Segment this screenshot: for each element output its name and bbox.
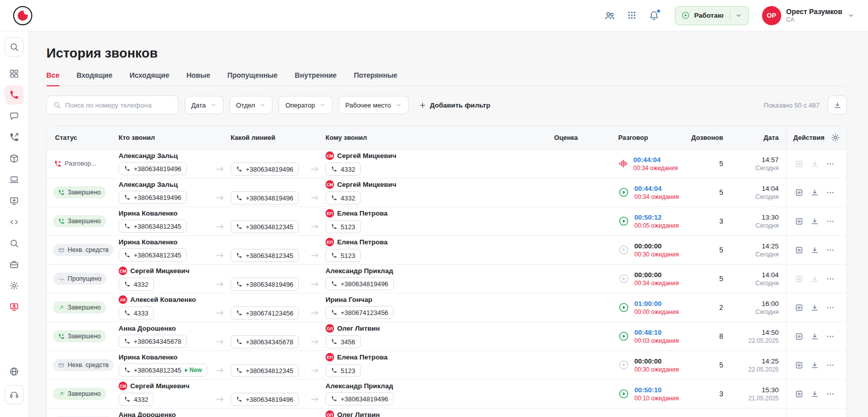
call-report-button[interactable]	[792, 358, 805, 372]
tab-missed[interactable]: Пропущенные	[227, 71, 278, 86]
download-record-button[interactable]	[808, 358, 821, 372]
sidebar-item-network[interactable]	[5, 362, 24, 381]
download-record-button[interactable]	[808, 301, 821, 314]
caller-phone-chip[interactable]: +380634812345	[119, 248, 187, 262]
sidebar-item-products[interactable]	[5, 149, 24, 168]
download-record-button[interactable]	[808, 272, 821, 285]
shown-count-label: Показано 50 с 487	[764, 101, 820, 109]
row-menu-button[interactable]	[824, 186, 837, 199]
user-menu[interactable]: ОР Орест Разумков СА	[762, 6, 855, 25]
caller-phone-chip[interactable]: 4333	[119, 306, 154, 320]
filter-dropdown-date[interactable]: Дата	[185, 96, 224, 114]
caller-phone-chip[interactable]: +380634819496	[119, 191, 187, 204]
sidebar-item-callback[interactable]	[5, 128, 24, 147]
row-menu-button[interactable]	[824, 301, 837, 314]
dialpad-button[interactable]	[626, 10, 638, 22]
sidebar-item-screens[interactable]	[5, 191, 24, 211]
download-record-button[interactable]	[808, 330, 821, 343]
download-record-button[interactable]	[808, 243, 821, 256]
notifications-button[interactable]	[648, 10, 661, 22]
line-phone-chip[interactable]: +380634812345	[231, 249, 299, 262]
tab-lost[interactable]: Потерянные	[354, 71, 397, 86]
tab-incoming[interactable]: Входящие	[77, 71, 113, 86]
play-record-button[interactable]	[618, 388, 629, 399]
talk-duration: 00:00:00	[634, 242, 679, 250]
call-report-button[interactable]	[792, 330, 805, 343]
filter-dropdown-workplace[interactable]: Рабочее место	[339, 96, 408, 114]
sidebar-item-support[interactable]	[5, 385, 24, 404]
sidebar-item-search[interactable]	[5, 37, 24, 57]
call-report-button[interactable]	[792, 243, 805, 256]
line-phone-chip[interactable]: +380634819496	[231, 191, 299, 204]
caller-phone-chip[interactable]: +380634819496	[119, 162, 187, 175]
callee-phone-chip[interactable]: 3456	[326, 335, 361, 348]
row-menu-button[interactable]	[824, 330, 837, 343]
call-report-button[interactable]	[792, 157, 805, 170]
line-phone-chip[interactable]: +380634812345	[231, 220, 299, 233]
sidebar-item-monitoring[interactable]	[5, 297, 24, 317]
table-row: ЗавершеноСМСергей Мицкевич4332+380634819…	[47, 380, 846, 408]
table-settings-button[interactable]	[831, 133, 840, 142]
play-record-button[interactable]	[618, 331, 629, 342]
callee-phone-chip[interactable]: 5123	[326, 364, 361, 377]
sidebar-item-chats[interactable]	[5, 107, 24, 126]
line-phone-chip[interactable]: +380634345678	[231, 335, 299, 348]
search-input[interactable]	[65, 101, 172, 109]
filter-dropdown-operator[interactable]: Оператор	[279, 96, 333, 114]
table-row: ПропущеноСМСергей Мицкевич4332+380634819…	[47, 265, 846, 293]
sidebar-item-dashboard[interactable]	[5, 64, 24, 83]
caller-phone-chip[interactable]: 4332	[119, 278, 154, 291]
line-phone-chip[interactable]: +380634819496	[231, 393, 299, 406]
call-report-button[interactable]	[792, 387, 805, 400]
caller-phone-chip[interactable]: +380634812345	[119, 220, 187, 233]
call-report-button[interactable]	[792, 215, 805, 228]
sidebar-item-integrations[interactable]	[5, 213, 24, 232]
callee-phone-chip[interactable]: +380634819496	[326, 392, 394, 405]
call-report-button[interactable]	[792, 186, 805, 199]
caller-phone-chip[interactable]: +380634345678	[119, 335, 187, 348]
download-record-button[interactable]	[808, 387, 821, 400]
callee-phone-chip[interactable]: +380634819496	[326, 277, 394, 290]
app-logo[interactable]	[13, 6, 32, 25]
work-status-button[interactable]: Работаю	[675, 6, 749, 25]
row-menu-button[interactable]	[824, 272, 837, 285]
play-record-button[interactable]	[618, 302, 629, 313]
export-button[interactable]	[828, 95, 847, 115]
row-menu-button[interactable]	[824, 358, 837, 372]
callee-phone-chip[interactable]: 5123	[326, 249, 361, 262]
download-record-button[interactable]	[808, 157, 821, 170]
sidebar-item-audit[interactable]	[5, 234, 24, 253]
filter-dropdown-department[interactable]: Отдел	[230, 96, 273, 114]
caller-phone-chip[interactable]: 4332	[119, 393, 154, 406]
callee-phone-chip[interactable]: 4332	[326, 163, 361, 176]
row-menu-button[interactable]	[824, 387, 837, 400]
sidebar-item-settings[interactable]	[5, 276, 24, 295]
caller-phone-chip[interactable]: +380634812345New	[119, 363, 207, 377]
callee-phone-chip[interactable]: 4332	[326, 191, 361, 204]
call-report-button[interactable]	[792, 272, 805, 285]
callee-phone-chip[interactable]: 5123	[326, 220, 361, 233]
row-menu-button[interactable]	[824, 215, 837, 228]
line-phone-chip[interactable]: +380674123456	[231, 306, 299, 320]
line-phone-chip[interactable]: +380634819496	[231, 163, 299, 176]
call-report-button[interactable]	[792, 301, 805, 314]
arrow-right-icon	[308, 193, 321, 203]
tab-all[interactable]: Все	[46, 71, 60, 86]
download-record-button[interactable]	[808, 215, 821, 228]
line-phone-chip[interactable]: +380634812345	[231, 364, 299, 377]
add-filter-button[interactable]: Добавить фильтр	[419, 101, 491, 109]
row-menu-button[interactable]	[824, 243, 837, 256]
line-phone-chip[interactable]: +380634819496	[231, 278, 299, 291]
play-record-button[interactable]	[618, 216, 629, 227]
row-menu-button[interactable]	[824, 157, 837, 170]
callee-phone-chip[interactable]: +380674123456	[326, 306, 394, 319]
sidebar-item-calls[interactable]	[5, 85, 24, 105]
download-record-button[interactable]	[808, 186, 821, 199]
play-record-button[interactable]	[618, 187, 629, 198]
sidebar-item-workplace[interactable]	[5, 170, 24, 189]
sidebar-item-services[interactable]	[5, 255, 24, 274]
tab-internal[interactable]: Внутренние	[295, 71, 337, 86]
agents-button[interactable]	[604, 10, 616, 22]
tab-outgoing[interactable]: Исходящие	[130, 71, 170, 86]
tab-new[interactable]: Новые	[186, 71, 210, 86]
